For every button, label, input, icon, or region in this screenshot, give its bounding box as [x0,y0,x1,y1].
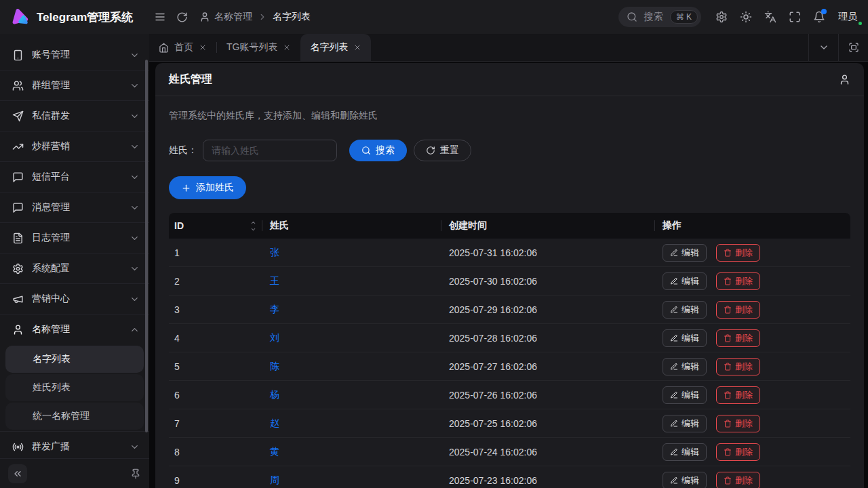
surname-input[interactable] [203,140,337,161]
delete-button[interactable]: 删除 [716,386,760,404]
table-row: 8黄2025-07-24 16:02:06编辑删除 [169,438,850,466]
surname-link[interactable]: 张 [270,247,279,258]
tab-close-icon[interactable] [353,43,361,52]
delete-button-label: 删除 [735,418,753,430]
surname-link[interactable]: 杨 [270,389,279,400]
surname-link[interactable]: 王 [270,275,279,286]
sidebar-item-4[interactable]: 炒群营销 [0,131,149,161]
delete-button[interactable]: 删除 [716,301,760,319]
edit-button[interactable]: 编辑 [663,358,707,375]
sidebar-menu-block: 群组管理 [0,70,149,100]
sidebar-item-8[interactable]: 系统配置 [0,253,149,283]
locale-button[interactable] [760,6,781,28]
sidebar-scrollbar[interactable] [145,60,148,432]
sidebar-menu-block: 营销中心 [0,283,149,314]
sidebar-pin-button[interactable] [130,468,141,479]
edit-button[interactable]: 编辑 [663,301,707,319]
column-header-ID[interactable]: ID [169,213,262,239]
edit-button[interactable]: 编辑 [663,386,707,404]
sort-icon[interactable] [250,220,256,232]
sidebar-item-6[interactable]: 消息管理 [0,192,149,222]
delete-button[interactable]: 删除 [716,472,760,488]
sidebar-item-10[interactable]: 名称管理 [0,314,149,344]
sidebar-footer [0,458,149,488]
sidebar-item-label: 消息管理 [32,201,121,214]
send-icon [12,110,24,122]
sidebar-item-7[interactable]: 日志管理 [0,223,149,253]
cell-created: 2025-07-28 16:02:06 [441,333,654,344]
column-header-姓氏: 姓氏 [262,213,441,239]
delete-button[interactable]: 删除 [716,272,760,290]
surname-link[interactable]: 周 [270,474,279,485]
tabbar-fullscreen-button[interactable] [838,34,868,61]
user-icon [199,12,210,22]
add-surname-button[interactable]: 添加姓氏 [169,176,246,199]
cell-id: 8 [169,447,262,458]
tab-首页[interactable]: 首页 [149,34,216,61]
breadcrumb-parent[interactable]: 名称管理 [199,11,252,23]
surname-link[interactable]: 黄 [270,446,279,457]
cell-id: 7 [169,418,262,429]
search-button[interactable]: 搜索 [349,140,407,161]
table-row: 1张2025-07-31 16:02:06编辑删除 [169,239,850,267]
delete-button[interactable]: 删除 [716,415,760,432]
surname-link[interactable]: 赵 [270,418,279,428]
sidebar-subitem[interactable]: 统一名称管理 [5,403,144,430]
fullscreen-button[interactable] [784,6,806,28]
search-icon [627,12,637,22]
sidebar-subitem[interactable]: 姓氏列表 [5,374,144,401]
edit-button[interactable]: 编辑 [663,415,707,432]
user-menu[interactable]: 理员 [838,11,860,23]
card-user-icon[interactable] [839,74,850,85]
sidebar-item-label: 系统配置 [32,262,121,274]
tab-TG账号列表[interactable]: TG账号列表 [217,34,300,61]
trash-icon [724,249,732,257]
cell-id: 6 [169,390,262,401]
surname-link[interactable]: 陈 [270,361,279,371]
edit-button-label: 编辑 [682,304,699,316]
edit-button[interactable]: 编辑 [663,472,707,488]
edit-button[interactable]: 编辑 [663,443,707,461]
settings-button[interactable] [711,6,732,28]
global-search-placeholder: 搜索 [644,11,663,23]
sidebar-collapse-button[interactable] [8,464,27,483]
search-button-label: 搜索 [376,144,395,157]
delete-button-label: 删除 [735,361,753,373]
sidebar-item-3[interactable]: 私信群发 [0,101,149,131]
sidebar-subitem[interactable]: 名字列表 [5,346,144,373]
surname-link[interactable]: 刘 [270,332,279,343]
delete-button[interactable]: 删除 [716,329,760,347]
table-header: ID姓氏创建时间操作 [169,213,850,239]
trash-icon [724,306,732,314]
sidebar-menu-block: 名称管理名字列表姓氏列表统一名称管理 [0,314,149,430]
delete-button[interactable]: 删除 [716,443,760,461]
refresh-button[interactable] [171,6,193,28]
delete-button[interactable]: 删除 [716,358,760,375]
theme-button[interactable] [735,6,757,28]
edit-button[interactable]: 编辑 [663,329,707,347]
tabbar-dropdown-button[interactable] [808,34,838,61]
notifications-button[interactable] [808,6,830,28]
tab-label: 首页 [174,41,193,54]
edit-button[interactable]: 编辑 [663,272,707,290]
delete-button[interactable]: 删除 [716,244,760,262]
tab-名字列表[interactable]: 名字列表 [300,34,371,61]
tab-close-icon[interactable] [283,43,291,52]
edit-button[interactable]: 编辑 [663,244,707,262]
sidebar-subitem-label: 名字列表 [33,353,71,365]
fullscreen-icon [848,42,859,53]
cell-created: 2025-07-27 16:02:06 [441,361,654,372]
tab-close-icon[interactable] [199,43,207,52]
global-search[interactable]: 搜索 ⌘ K [618,7,701,27]
sidebar-item-5[interactable]: 短信平台 [0,162,149,192]
sidebar-item-9[interactable]: 营销中心 [0,284,149,314]
edit-button-label: 编辑 [682,332,699,344]
sidebar-item-11[interactable]: 群发广播 [0,432,149,458]
reset-button[interactable]: 重置 [414,140,471,161]
chevron-down-icon [130,81,140,91]
sidebar-item-2[interactable]: 群组管理 [0,70,149,100]
pencil-icon [670,363,678,371]
sidebar-item-1[interactable]: 账号管理 [0,40,149,70]
surname-link[interactable]: 李 [270,304,279,314]
sidebar-toggle-button[interactable] [149,6,171,28]
